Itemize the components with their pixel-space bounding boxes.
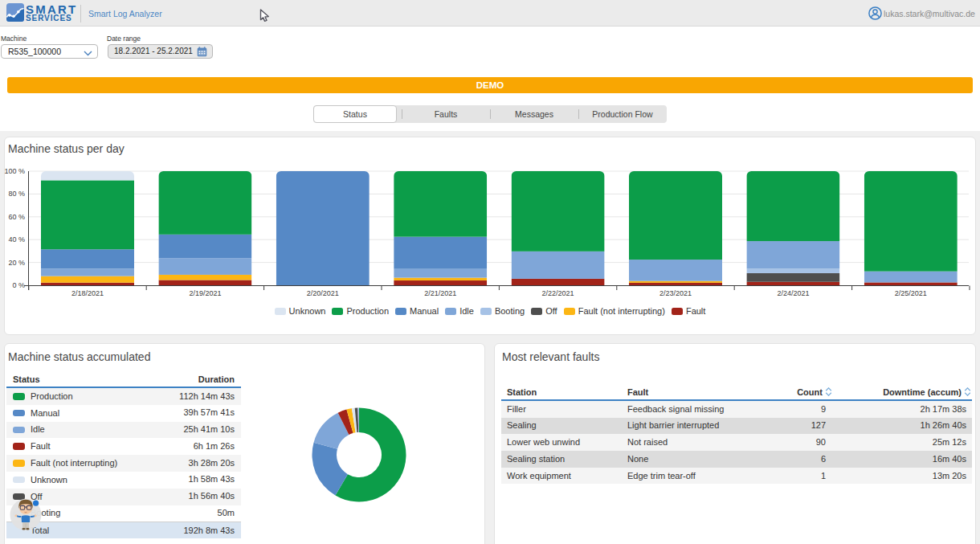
svg-text:80 %: 80 % — [8, 190, 25, 198]
svg-text:2/24/2021: 2/24/2021 — [777, 289, 809, 297]
svg-text:20 %: 20 % — [8, 259, 25, 267]
svg-text:2/19/2021: 2/19/2021 — [189, 289, 221, 297]
svg-text:2/23/2021: 2/23/2021 — [659, 289, 692, 297]
svg-text:2/25/2021: 2/25/2021 — [895, 289, 927, 297]
svg-text:40 %: 40 % — [8, 235, 25, 243]
svg-text:2/20/2021: 2/20/2021 — [307, 289, 339, 297]
svg-text:2/21/2021: 2/21/2021 — [424, 289, 456, 297]
svg-text:2/18/2021: 2/18/2021 — [71, 289, 104, 297]
svg-text:60 %: 60 % — [8, 213, 25, 221]
svg-text:0 %: 0 % — [12, 281, 25, 289]
svg-text:2/22/2021: 2/22/2021 — [542, 289, 574, 297]
svg-text:100 %: 100 % — [4, 167, 25, 175]
